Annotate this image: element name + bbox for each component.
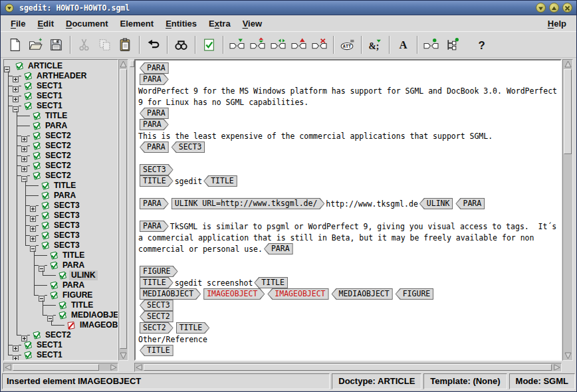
toolbar-element-tree[interactable] xyxy=(443,36,461,54)
tree-scroll-thumb[interactable] xyxy=(120,69,127,349)
toolbar-change-element[interactable] xyxy=(249,36,267,54)
tree-item-para[interactable]: PARA xyxy=(4,191,118,201)
expand-plus-icon[interactable] xyxy=(21,163,27,169)
tree-hscroll-thumb[interactable] xyxy=(13,364,99,371)
sgml-tag-title[interactable]: TITLE xyxy=(203,175,237,187)
toolbar-find[interactable] xyxy=(172,36,190,54)
tree-item-article[interactable]: ARTICLE xyxy=(4,61,118,71)
tree-item-para[interactable]: PARA xyxy=(4,121,118,131)
menu-entities[interactable]: Entities xyxy=(160,17,203,30)
sgml-tag-para[interactable]: PARA xyxy=(264,243,293,254)
toolbar-edit-attributes[interactable]: ATT xyxy=(338,36,356,54)
tree-item-sect2[interactable]: SECT2 xyxy=(4,151,118,161)
editor-scroll-down-arrow[interactable] xyxy=(563,351,572,360)
sgml-tag-title[interactable]: TITLE xyxy=(140,175,173,187)
sgml-tag-para[interactable]: PARA xyxy=(140,62,169,74)
expand-plus-icon[interactable] xyxy=(30,203,36,209)
expand-plus-icon[interactable] xyxy=(13,342,19,348)
toolbar-raise-element[interactable] xyxy=(290,36,308,54)
toolbar-validate[interactable] xyxy=(200,36,218,54)
toolbar-undo[interactable] xyxy=(144,36,162,54)
sgml-tag-imageobject[interactable]: IMAGEOBJECT xyxy=(267,288,328,300)
minimize-button[interactable] xyxy=(536,3,546,13)
toolbar-delete-element[interactable] xyxy=(310,36,328,54)
tree-item-figure[interactable]: FIGURE xyxy=(4,290,118,300)
editor-hscroll-thumb[interactable] xyxy=(144,364,552,371)
sgml-tag-sect3[interactable]: SECT3 xyxy=(140,164,173,175)
expand-plus-icon[interactable] xyxy=(30,233,36,239)
editor-scroll-left-arrow[interactable] xyxy=(135,363,143,371)
tree-scroll-right-arrow[interactable] xyxy=(110,363,118,371)
expand-plus-icon[interactable] xyxy=(30,213,36,219)
editor-view[interactable]: PARAPARAWordPerfect 9 for the MS Windows… xyxy=(134,59,562,361)
tree-item-sect1[interactable]: SECT1 xyxy=(4,340,118,350)
tree-item-sect3[interactable]: SECT3 xyxy=(4,211,118,221)
collapse-minus-icon[interactable] xyxy=(47,312,53,318)
sgml-tag-sect2[interactable]: SECT2 xyxy=(140,311,173,322)
expand-plus-icon[interactable] xyxy=(21,143,27,149)
tree-item-sect1[interactable]: SECT1 xyxy=(4,101,118,111)
tree-item-ulink[interactable]: ULINK xyxy=(4,270,118,280)
tree-item-mediaobject[interactable]: MEDIAOBJECT xyxy=(4,310,118,320)
tree-item-imageobject[interactable]: IMAGEOBJECT xyxy=(4,320,118,330)
sgml-tag-ulink[interactable]: ULINK URL=http://www.tksgml.de/ xyxy=(172,198,325,209)
collapse-minus-icon[interactable] xyxy=(39,262,45,268)
sgml-tag-mediaobject[interactable]: MEDIAOBJECT xyxy=(332,288,393,300)
tree-scroll-up-arrow[interactable] xyxy=(119,60,128,68)
collapse-minus-icon[interactable] xyxy=(39,292,45,298)
tree-item-sect2[interactable]: SECT2 xyxy=(4,131,118,141)
toolbar-split-element[interactable] xyxy=(269,36,287,54)
tree-item-sect3[interactable]: SECT3 xyxy=(4,221,118,231)
expand-plus-icon[interactable] xyxy=(13,93,19,99)
editor-scroll-right-arrow[interactable] xyxy=(553,363,561,371)
collapse-minus-icon[interactable] xyxy=(30,243,36,248)
window-menu-icon[interactable] xyxy=(5,3,14,13)
menu-extra[interactable]: Extra xyxy=(203,17,237,30)
sgml-tag-ulink[interactable]: ULINK xyxy=(419,198,453,209)
toolbar-save-document[interactable] xyxy=(47,36,65,54)
sgml-tag-imageobject[interactable]: IMAGEOBJECT xyxy=(203,288,265,300)
maximize-button[interactable] xyxy=(549,3,559,13)
tree-item-artheader[interactable]: ARTHEADER xyxy=(4,71,118,81)
collapse-minus-icon[interactable] xyxy=(21,173,27,179)
sgml-tag-para[interactable]: PARA xyxy=(140,108,169,119)
editor-vertical-scrollbar[interactable] xyxy=(562,59,573,361)
sgml-tag-para[interactable]: PARA xyxy=(140,198,169,209)
tree-item-title[interactable]: TITLE xyxy=(4,181,118,191)
tree-item-para[interactable]: PARA xyxy=(4,280,118,290)
sgml-tag-para[interactable]: PARA xyxy=(140,74,169,85)
expand-plus-icon[interactable] xyxy=(13,352,19,358)
menu-edit[interactable]: Edit xyxy=(31,17,60,30)
tree-item-sect2[interactable]: SECT2 xyxy=(4,171,118,181)
pane-sash-handle[interactable] xyxy=(130,60,134,67)
toolbar-insert-character[interactable]: A xyxy=(394,36,412,54)
expand-plus-icon[interactable] xyxy=(21,133,27,139)
tree-item-sect2[interactable]: SECT2 xyxy=(4,141,118,151)
sgml-tag-figure[interactable]: FIGURE xyxy=(140,266,178,277)
sgml-tag-figure[interactable]: FIGURE xyxy=(396,288,434,300)
tree-item-sect1[interactable]: SECT1 xyxy=(4,350,118,360)
tree-item-sect2[interactable]: SECT2 xyxy=(4,330,118,340)
menu-file[interactable]: File xyxy=(5,17,31,30)
editor-horizontal-scrollbar[interactable] xyxy=(134,363,562,372)
sgml-tag-para[interactable]: PARA xyxy=(140,119,169,130)
tree-item-para[interactable]: PARA xyxy=(4,260,118,270)
sgml-tag-sect3[interactable]: SECT3 xyxy=(172,142,205,153)
toolbar-open-document[interactable] xyxy=(27,36,45,54)
sgml-tag-sect2[interactable]: SECT2 xyxy=(140,322,173,334)
tree-vertical-scrollbar[interactable] xyxy=(118,59,128,361)
sgml-tag-title[interactable]: TITLE xyxy=(254,277,288,288)
toolbar-paste[interactable] xyxy=(116,36,134,54)
expand-plus-icon[interactable] xyxy=(21,153,27,159)
tree-item-sect3[interactable]: SECT3 xyxy=(4,241,118,250)
tree-item-sect1[interactable]: SECT1 xyxy=(4,91,118,101)
tree-item-sect1[interactable]: SECT1 xyxy=(4,81,118,91)
editor-scroll-thumb[interactable] xyxy=(564,69,572,154)
menu-element[interactable]: Element xyxy=(114,17,160,30)
sgml-tag-para[interactable]: PARA xyxy=(140,142,169,153)
tree-horizontal-scrollbar[interactable] xyxy=(3,363,118,372)
collapse-minus-icon[interactable] xyxy=(4,63,10,69)
sgml-tag-sect3[interactable]: SECT3 xyxy=(140,300,173,311)
tree-item-sect3[interactable]: SECT3 xyxy=(4,231,118,241)
expand-plus-icon[interactable] xyxy=(30,223,36,229)
